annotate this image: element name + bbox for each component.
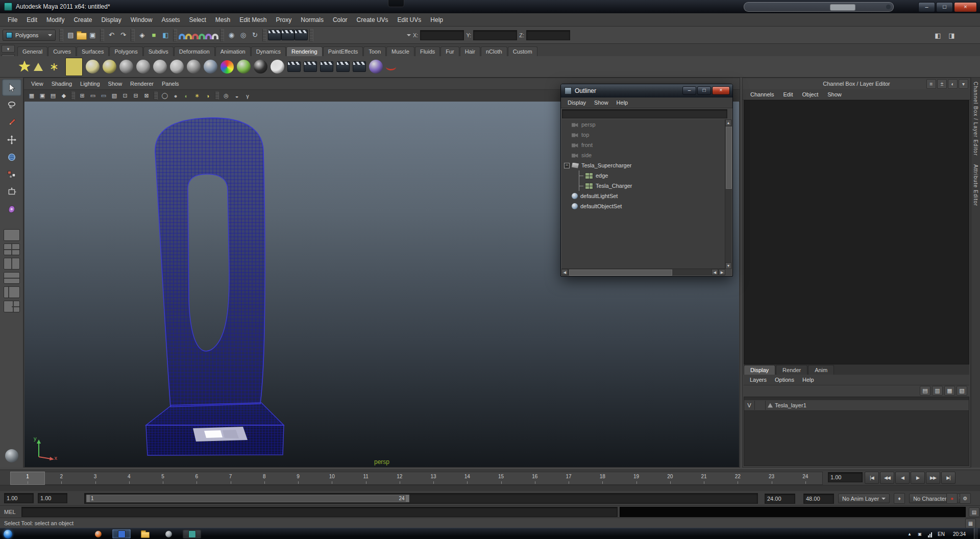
- menu-item[interactable]: Color: [328, 13, 352, 27]
- current-time-field[interactable]: [828, 472, 863, 482]
- maximize-button[interactable]: □: [697, 86, 711, 95]
- render-settings-shelf-icon[interactable]: [287, 61, 301, 72]
- snap-to-curve-icon[interactable]: [185, 34, 192, 39]
- remote-close-icon[interactable]: [886, 5, 891, 9]
- spot-light-icon[interactable]: [34, 63, 43, 71]
- universal-manipulator-button[interactable]: [2, 183, 21, 200]
- phong-e-material-icon[interactable]: [187, 60, 201, 74]
- paint-select-tool-button[interactable]: [2, 114, 21, 131]
- outliner-item[interactable]: defaultObjectSet: [561, 201, 725, 211]
- outliner-vertical-scrollbar[interactable]: ▲ ▼: [725, 119, 732, 269]
- separator-grip[interactable]: [173, 29, 177, 41]
- ambient-light-icon[interactable]: [86, 60, 100, 74]
- point-light-icon[interactable]: [18, 61, 31, 73]
- shelf-tab[interactable]: Animation: [215, 46, 251, 56]
- firefox-icon[interactable]: [89, 529, 107, 538]
- shelf-tab-selector-icon[interactable]: ▾: [2, 45, 15, 53]
- ipr-render-icon[interactable]: [281, 30, 295, 40]
- shelf-tab[interactable]: Toon: [363, 46, 386, 56]
- quick-layout-sphere-icon[interactable]: [5, 449, 18, 462]
- frame-cell[interactable]: 13: [416, 472, 450, 484]
- viewport-menu-item[interactable]: Show: [104, 78, 127, 89]
- notification-icon[interactable]: ▣: [916, 530, 923, 537]
- x-coordinate-input[interactable]: [420, 30, 464, 40]
- outliner-item[interactable]: persp: [561, 119, 725, 130]
- use-lights-icon[interactable]: ∗: [192, 91, 202, 101]
- soft-mod-tool-button[interactable]: [2, 201, 21, 217]
- sidebar-vertical-tab[interactable]: Attribute Editor: [973, 160, 978, 210]
- shading-group-icon[interactable]: [369, 60, 383, 74]
- lambert-material-icon[interactable]: [153, 60, 167, 74]
- layer-visibility-toggle[interactable]: V: [744, 401, 755, 410]
- select-tool-button[interactable]: [2, 79, 21, 96]
- batch-render-icon[interactable]: [353, 61, 366, 72]
- edit-layer-icon[interactable]: ▦: [944, 386, 955, 396]
- frame-cell[interactable]: 15: [484, 472, 518, 484]
- snap-to-projected-center-icon[interactable]: [199, 34, 205, 39]
- channel-box-menu-item[interactable]: Object: [797, 89, 823, 100]
- frame-cell[interactable]: 20: [653, 472, 687, 484]
- select-hierarchy-icon[interactable]: ◈: [136, 29, 148, 41]
- playback-start-field[interactable]: [38, 493, 67, 503]
- hidden-icons-icon[interactable]: ▲: [906, 530, 913, 537]
- outliner-menu-item[interactable]: Display: [564, 97, 590, 108]
- outliner-horizontal-scrollbar[interactable]: ◀ ◀ ▶: [561, 268, 725, 276]
- blue-app-icon[interactable]: [112, 529, 131, 538]
- directional-light-icon[interactable]: ∗: [46, 58, 62, 76]
- hypershade-icon[interactable]: [336, 61, 350, 72]
- layer-editor-tab[interactable]: Render: [776, 365, 807, 375]
- remote-session-button[interactable]: [830, 4, 855, 11]
- channel-box-menu-item[interactable]: Edit: [778, 89, 797, 100]
- y-coordinate-input[interactable]: [473, 30, 517, 40]
- frame-cell[interactable]: 17: [552, 472, 585, 484]
- shelf-tab[interactable]: Dynamics: [251, 46, 286, 56]
- sidebar-vertical-tab[interactable]: Channel Box / Layer Editor: [973, 78, 978, 160]
- two-pane-stacked-layout-button[interactable]: [4, 272, 20, 284]
- menu-item[interactable]: Edit Mesh: [235, 13, 271, 27]
- shelf-tab[interactable]: Muscle: [386, 46, 414, 56]
- z-coordinate-input[interactable]: [526, 30, 570, 40]
- separator-grip[interactable]: [154, 92, 158, 100]
- animation-end-field[interactable]: [803, 494, 834, 504]
- menu-item[interactable]: Edit UVs: [393, 13, 426, 27]
- lock-camera-icon[interactable]: ▣: [37, 91, 47, 101]
- scroll-left-icon[interactable]: ◀: [712, 269, 718, 275]
- close-button[interactable]: ×: [712, 86, 730, 95]
- auto-keyframe-icon[interactable]: ●: [946, 493, 958, 504]
- menu-item[interactable]: Help: [426, 13, 448, 27]
- minimize-button[interactable]: –: [682, 86, 696, 95]
- shadows-icon[interactable]: ◑: [203, 91, 213, 101]
- shelf-tab[interactable]: Custom: [508, 46, 537, 56]
- frame-cell[interactable]: 8: [248, 472, 281, 484]
- frame-cell[interactable]: 10: [315, 472, 349, 484]
- network-icon[interactable]: [926, 530, 934, 537]
- area-light-icon[interactable]: [65, 58, 83, 76]
- input-connections-icon[interactable]: ◉: [226, 29, 237, 41]
- separator-grip[interactable]: [59, 29, 63, 41]
- frame-cell[interactable]: 3: [79, 472, 112, 484]
- show-left-panel-icon[interactable]: ◧: [932, 29, 944, 41]
- separator-grip[interactable]: [262, 29, 266, 41]
- chevron-down-icon[interactable]: [407, 34, 411, 38]
- viewport-menu-item[interactable]: Panels: [158, 78, 183, 89]
- field-chart-icon[interactable]: ⊡: [120, 91, 130, 101]
- separator-grip[interactable]: [215, 92, 219, 100]
- safe-action-icon[interactable]: ⊟: [131, 91, 141, 101]
- lasso-tool-button[interactable]: [2, 96, 21, 113]
- save-scene-icon[interactable]: ▣: [87, 29, 99, 41]
- show-right-panel-icon[interactable]: ◨: [946, 29, 958, 41]
- xray-icon[interactable]: ◒: [232, 91, 242, 101]
- layer-editor-menu-item[interactable]: Help: [798, 375, 818, 385]
- scroll-down-icon[interactable]: ▼: [725, 262, 731, 269]
- explorer-icon[interactable]: [136, 529, 154, 538]
- script-editor-icon[interactable]: ▤: [969, 507, 979, 517]
- menu-item[interactable]: Edit: [22, 13, 42, 27]
- snap-to-view-plane-icon[interactable]: [205, 34, 212, 39]
- command-line-label[interactable]: MEL: [4, 509, 21, 515]
- resolution-gate-icon[interactable]: ▭: [99, 91, 109, 101]
- outliner-title-bar[interactable]: Outliner –□×: [561, 84, 732, 97]
- delete-layer-icon[interactable]: ▧: [957, 386, 967, 396]
- render-settings-icon[interactable]: [295, 30, 308, 40]
- frame-cell[interactable]: 11: [349, 472, 383, 484]
- outliner-item[interactable]: front: [561, 140, 725, 150]
